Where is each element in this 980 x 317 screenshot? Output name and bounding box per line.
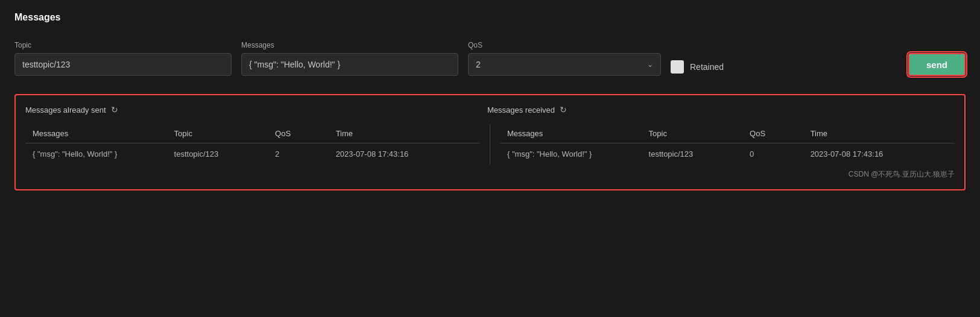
sent-topic-cell: testtopic/123 bbox=[167, 143, 268, 165]
sent-col-qos: QoS bbox=[268, 124, 329, 143]
sent-time-cell: 2023-07-08 17:43:16 bbox=[329, 143, 480, 165]
qos-value: 2 bbox=[476, 60, 481, 69]
sent-table: Messages Topic QoS Time { "msg": "Hello,… bbox=[25, 124, 480, 165]
received-section-label: Messages received ↻ bbox=[487, 105, 955, 115]
received-time-cell: 2023-07-08 17:43:16 bbox=[803, 143, 955, 165]
sent-refresh-icon[interactable]: ↻ bbox=[111, 105, 118, 115]
messages-input[interactable] bbox=[241, 53, 458, 76]
page-title: Messages bbox=[14, 12, 966, 23]
received-table: Messages Topic QoS Time { "msg": "Hello,… bbox=[500, 124, 955, 165]
received-refresh-icon[interactable]: ↻ bbox=[560, 105, 567, 115]
sent-col-messages: Messages bbox=[25, 124, 167, 143]
received-qos-cell: 0 bbox=[742, 143, 803, 165]
received-topic-cell: testtopic/123 bbox=[642, 143, 743, 165]
retained-toggle[interactable] bbox=[671, 60, 684, 74]
tables-content: Messages Topic QoS Time { "msg": "Hello,… bbox=[25, 124, 955, 165]
form-row: Topic Messages QoS 2 ⌄ Retained send bbox=[14, 41, 966, 76]
send-button[interactable]: send bbox=[908, 53, 966, 76]
topic-input[interactable] bbox=[14, 53, 232, 76]
table-row: { "msg": "Hello, World!" } testtopic/123… bbox=[500, 143, 955, 165]
topic-label: Topic bbox=[14, 41, 232, 49]
sent-col-topic: Topic bbox=[167, 124, 268, 143]
received-col-time: Time bbox=[803, 124, 955, 143]
received-label-text: Messages received bbox=[487, 105, 555, 115]
received-col-qos: QoS bbox=[742, 124, 803, 143]
table-divider bbox=[490, 124, 490, 165]
sent-section-label: Messages already sent ↻ bbox=[25, 105, 478, 115]
sent-messages-cell: { "msg": "Hello, World!" } bbox=[25, 143, 167, 165]
retained-group: Retained bbox=[671, 60, 724, 76]
sent-qos-cell: 2 bbox=[268, 143, 329, 165]
qos-select[interactable]: 2 ⌄ bbox=[468, 53, 661, 76]
retained-label: Retained bbox=[690, 62, 724, 72]
received-col-messages: Messages bbox=[500, 124, 642, 143]
sent-label-text: Messages already sent bbox=[25, 105, 106, 115]
table-row: { "msg": "Hello, World!" } testtopic/123… bbox=[25, 143, 480, 165]
received-table-header-row: Messages Topic QoS Time bbox=[500, 124, 955, 143]
received-messages-cell: { "msg": "Hello, World!" } bbox=[500, 143, 642, 165]
messages-group: Messages bbox=[241, 41, 458, 76]
qos-label: QoS bbox=[468, 41, 661, 49]
tables-section: Messages already sent ↻ Messages receive… bbox=[14, 94, 966, 190]
chevron-down-icon: ⌄ bbox=[647, 60, 653, 69]
sent-col-time: Time bbox=[329, 124, 480, 143]
topic-group: Topic bbox=[14, 41, 232, 76]
tables-header-row: Messages already sent ↻ Messages receive… bbox=[25, 105, 955, 115]
watermark: CSDN @不死鸟.亚历山大.狼崽子 bbox=[25, 169, 955, 180]
qos-group: QoS 2 ⌄ bbox=[468, 41, 661, 76]
messages-label: Messages bbox=[241, 41, 458, 49]
sent-table-header-row: Messages Topic QoS Time bbox=[25, 124, 480, 143]
received-col-topic: Topic bbox=[642, 124, 743, 143]
